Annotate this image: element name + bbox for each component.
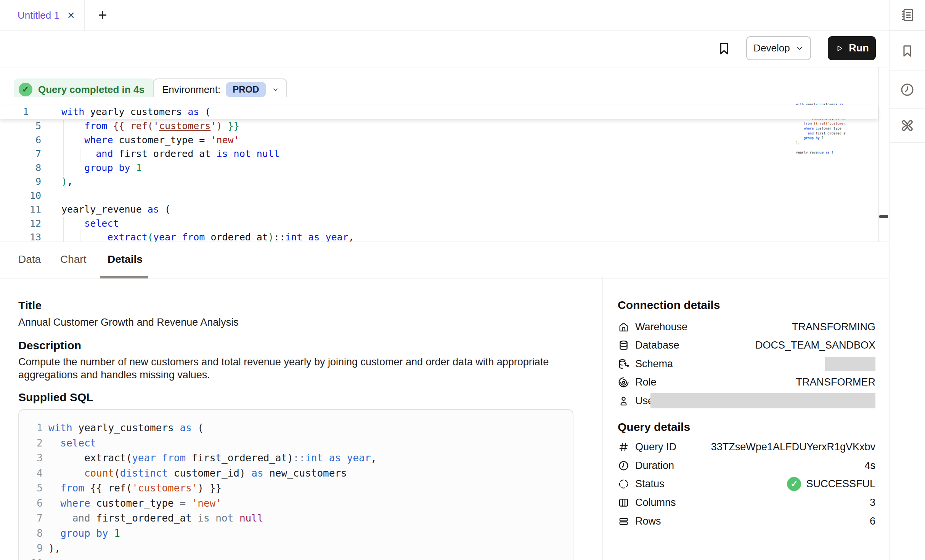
toolbar: Develop Run [0, 30, 889, 67]
database-icon [618, 339, 630, 351]
clock-icon [899, 82, 915, 98]
line-number: 1 [0, 105, 41, 119]
editor-line[interactable]: 8 group by 1 [0, 161, 869, 175]
detail-value: 3 [870, 497, 875, 509]
details-panel: Title Annual Customer Growth and Revenue… [0, 277, 925, 560]
title-value: Annual Customer Growth and Revenue Analy… [18, 317, 239, 328]
sql-editor[interactable]: 5 from {{ ref('customers') }}6 where cus… [0, 97, 889, 242]
notebook-icon [899, 7, 915, 23]
line-number: 2 [25, 436, 43, 451]
sql-line: 5 from {{ ref('customers') }} [25, 481, 573, 496]
spinner-icon [618, 478, 630, 490]
editor-line[interactable]: 5 from {{ ref('customers') }} [0, 119, 869, 133]
chevron-down-icon [795, 44, 804, 53]
line-number: 10 [0, 189, 41, 203]
editor-scrollbar-thumb[interactable] [879, 215, 888, 218]
editor-line[interactable]: 10 [0, 189, 869, 203]
editor-line[interactable]: 7 and first_ordered_at is not null [0, 147, 869, 161]
detail-label: Database [635, 339, 679, 351]
detail-label: Schema [635, 358, 673, 370]
environment-label: Environment: [162, 84, 220, 96]
detail-row-duration: Duration4s [618, 457, 875, 474]
description-heading: Description [18, 339, 81, 352]
line-number: 4 [25, 466, 43, 481]
sql-line: 3 extract(year from first_ordered_at)::i… [25, 451, 573, 466]
detail-row-schema: Schema [618, 355, 875, 372]
minimap-line: where customer_type = 'new' [789, 126, 809, 131]
detail-row-rows: Rows6 [618, 513, 875, 530]
line-number: 5 [0, 119, 41, 133]
detail-value: TRANSFORMER [796, 376, 876, 388]
sql-line: 6 where customer_type = 'new' [25, 496, 573, 511]
editor-lines[interactable]: 5 from {{ ref('customers') }}6 where cus… [0, 119, 869, 242]
sql-line: 10 [25, 556, 573, 560]
run-button[interactable]: Run [828, 36, 876, 60]
minimap-line: from {{ ref('customers') }} [789, 121, 809, 126]
detail-row-query-id: Query ID33TZseWpe1ALFDUYerxR1gVKxbv [618, 438, 875, 455]
bookmark-button[interactable] [716, 38, 732, 59]
minimap-line: group by 1 [789, 136, 809, 141]
close-icon[interactable]: ✕ [67, 11, 75, 20]
editor-sticky-line[interactable]: 1with yearly_customers as ( [0, 105, 878, 119]
line-number: 11 [0, 203, 41, 217]
supplied-sql-block: 1with yearly_customers as (2 select3 ext… [18, 409, 573, 560]
line-number: 5 [25, 481, 43, 496]
detail-row-database: DatabaseDOCS_TEAM_SANDBOX [618, 337, 875, 354]
connection-details-heading: Connection details [618, 299, 720, 312]
new-tab-button[interactable]: + [89, 0, 116, 30]
editor-line[interactable]: 11yearly_revenue as ( [0, 203, 869, 217]
detail-row-user: User [618, 392, 875, 409]
line-number: 6 [25, 496, 43, 511]
develop-dropdown[interactable]: Develop [746, 36, 811, 60]
detail-label: Query ID [635, 441, 676, 453]
sql-line: 9), [25, 541, 573, 556]
redacted-value [825, 357, 875, 371]
detail-label: Rows [635, 515, 661, 527]
run-label: Run [849, 42, 869, 54]
editor-line[interactable]: 6 where customer_type = 'new' [0, 133, 869, 147]
sql-line: 1with yearly_customers as ( [25, 421, 573, 436]
title-heading: Title [18, 299, 42, 312]
line-number: 9 [25, 541, 43, 556]
worksheet-tab-untitled-1[interactable]: Untitled 1 ✕ [0, 0, 85, 30]
minimap-line: yearly_revenue as ( [789, 150, 809, 154]
panel-divider [602, 277, 603, 560]
history-panel-button[interactable] [890, 71, 925, 109]
editor-line[interactable]: 12 select [0, 217, 869, 231]
notebook-panel-button[interactable] [890, 0, 925, 31]
line-number: 3 [25, 451, 43, 466]
tab-chart[interactable]: Chart [60, 242, 86, 278]
lineage-panel-button[interactable] [890, 109, 925, 143]
chevron-down-icon [271, 86, 279, 94]
minimap-line: and first_ordered_at is not null [789, 131, 809, 136]
bookmark-icon [716, 38, 732, 59]
tab-details[interactable]: Details [108, 242, 143, 278]
check-circle-icon: ✓ [19, 83, 32, 96]
tab-title: Untitled 1 [18, 10, 59, 21]
editor-scrollbar-track[interactable] [878, 67, 879, 242]
develop-label: Develop [753, 42, 790, 54]
sql-line: 8 group by 1 [25, 526, 573, 541]
editor-line[interactable]: 9), [0, 175, 869, 189]
detail-row-status: Status✓SUCCESSFUL [618, 475, 875, 492]
line-number: 12 [0, 217, 41, 231]
tab-data[interactable]: Data [18, 242, 41, 278]
query-status-text: Query completed in 4s [38, 84, 145, 96]
line-number: 8 [25, 526, 43, 541]
environment-value-chip: PROD [226, 82, 265, 97]
editor-line[interactable]: 13 extract(year from ordered_at)::int as… [0, 230, 869, 242]
detail-label: Columns [635, 497, 676, 509]
line-number: 6 [0, 133, 41, 147]
detail-value: ✓SUCCESSFUL [787, 477, 875, 491]
check-circle-icon: ✓ [787, 477, 801, 491]
role-icon [618, 376, 630, 388]
supplied-sql-heading: Supplied SQL [18, 391, 93, 404]
rows-icon [618, 515, 630, 527]
minimap-line [789, 145, 809, 150]
editor-line[interactable]: 1with yearly_customers as ( [0, 105, 210, 119]
bookmarks-panel-button[interactable] [890, 31, 925, 71]
bookmark-icon [899, 43, 915, 59]
clock-icon [618, 460, 630, 472]
detail-value: DOCS_TEAM_SANDBOX [755, 339, 875, 351]
line-number: 7 [25, 511, 43, 526]
